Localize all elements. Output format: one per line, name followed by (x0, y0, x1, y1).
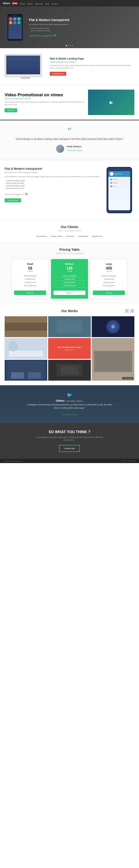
works-prev-button[interactable]: < (125, 309, 129, 313)
work-item-2[interactable] (48, 316, 91, 337)
nav-studio[interactable]: Studio (20, 3, 25, 5)
twitter-section: 🐦 Uhero | Via Twitter @Uhero "A designer… (0, 385, 139, 423)
hero-feature-2: All Font used Link Included (29, 30, 132, 32)
work-item-6-label: Large Display (122, 377, 133, 379)
hero-title: Flat & Modern transparent (29, 18, 132, 22)
app-menu: Trap Player Music Player Option (108, 177, 130, 190)
avatar-2 (13, 18, 17, 21)
work-item-7[interactable] (5, 360, 47, 381)
works-header: Our Works < > (5, 309, 134, 313)
plan-medium-button[interactable]: Sign up (54, 290, 85, 295)
quote-section: " "Good design is all about making other… (0, 120, 139, 160)
dot-4[interactable] (72, 45, 73, 46)
hero-cta: Get Now Your Copy just for 7$ (29, 34, 132, 37)
quote-text: "Good design is all about making other d… (9, 137, 130, 141)
video-more-button[interactable]: More Info (5, 108, 17, 112)
web-mobile-heading: Web & Mobile Landing Page (50, 57, 134, 60)
cta-section: SO WHAT YOU THINK ? "Good design is all … (0, 423, 139, 459)
flat-cta: Get Now Your Copy just for 7$ (5, 192, 101, 196)
quote-avatar (56, 145, 64, 153)
svg-rect-3 (57, 320, 82, 333)
avatar-5 (13, 21, 17, 24)
work-item-1[interactable] (5, 316, 47, 337)
flat-feature-4: All Font used Link Includ (5, 188, 101, 189)
dot-1[interactable] (66, 45, 67, 46)
quote-author: Frank Chimero Professional Designer. (9, 145, 130, 153)
twitter-icon: 🐦 (7, 392, 132, 398)
work-item-5-text: One morning, when Gregor Samsa found... (56, 345, 83, 352)
flat-feature-1: 10Psd Files Easy to Edits (5, 180, 101, 182)
works-navigation: < > (125, 309, 134, 313)
app-menu-item-1: Trap Player (110, 178, 129, 181)
avatar-4 (9, 21, 12, 24)
web-mobile-section: Web & Mobile Landing Page Simple & Elega… (0, 48, 139, 85)
footer-url: www.themepalestinacollage.com (3, 460, 23, 462)
client-activeden: activeden (66, 235, 75, 237)
desktop-mockup (5, 54, 46, 79)
footer: www.themepalestinacollage.com Site By: A… (0, 459, 139, 463)
svg-point-7 (111, 325, 115, 328)
contact-button[interactable]: Contact Me (59, 445, 80, 452)
client-audiojungle: audiojungle (78, 235, 88, 237)
web-mobile-subtitle: Simple & Elegant User Interface (50, 61, 134, 63)
flat-features: 10Psd Files Easy to Edits All Font used … (5, 180, 101, 189)
footer-credit: Site By: AYOUR ELKES (121, 460, 136, 462)
web-mobile-content: Web & Mobile Landing Page Simple & Elega… (50, 57, 134, 76)
quote-author-name: Frank Chimero (66, 146, 83, 148)
works-next-button[interactable]: > (130, 309, 134, 313)
cta-text: "Good design is all about making other d… (35, 436, 104, 441)
plan-small-name: Small (14, 263, 46, 265)
plan-small-period: / Month (14, 271, 46, 272)
pricing-heading: Pricing Table (5, 248, 134, 251)
nav-about[interactable]: About Me (35, 3, 43, 5)
svg-rect-20 (61, 366, 78, 374)
client-envato: envato studio (51, 235, 62, 237)
hero-description: flat, inspired UI with some modern trans… (29, 23, 132, 26)
flat-content: Flat & Modern transparent flat UI with s… (5, 167, 101, 203)
nav-logo[interactable]: Uhero (3, 2, 10, 5)
nav-badge: NEW (12, 2, 18, 4)
work-item-6[interactable]: Large Display (92, 338, 134, 381)
works-section: Our Works < > (0, 305, 139, 385)
twitter-handle: Via Twitter @Uhero (66, 400, 83, 402)
dot-3[interactable] (70, 45, 71, 46)
plan-large-features: Unlimited messages Unlimited data Unlimi… (93, 274, 125, 287)
plan-small-price: 5$ (14, 266, 46, 271)
quote-author-title: Professional Designer. (66, 150, 83, 151)
video-heading: Video Promotional on vimeo (5, 92, 85, 97)
hero-features: 10Psd Files Easy to Edits All Font used … (29, 28, 132, 32)
works-heading: Our Works (61, 309, 78, 313)
pricing-section: Pricing Table Choose From Our Amazing Pl… (0, 242, 139, 305)
work-item-5[interactable]: One morning, when Gregor Samsa found... (48, 338, 91, 359)
plan-medium-name: Medium (54, 263, 85, 265)
work-item-8[interactable] (48, 360, 91, 381)
hero-phone-mockup (7, 13, 23, 41)
plan-medium-period: / Month (54, 271, 85, 272)
work-item-4[interactable] (5, 338, 47, 359)
plan-large-button[interactable]: Sign up (93, 290, 125, 295)
plan-medium-price: 14$ (54, 266, 85, 271)
clients-section: Our Clients Voyez ce que exquis marlon t… (0, 220, 139, 242)
flat-phone-mockup: Isabelle Murray Trap Player Music Player… (104, 167, 134, 213)
video-subtitle: Simple & Elegant User Interface (5, 97, 85, 99)
pricing-cards: Small 5$ / Month 10,000 messages Unlimit… (5, 259, 134, 299)
twitter-author: - AYOUR ELKES (61, 413, 78, 415)
video-text: One morning, when Gregor Samsa woke from… (5, 101, 85, 106)
hero-feature-1: 10Psd Files Easy to Edits (29, 28, 132, 29)
work-item-3[interactable] (92, 316, 134, 337)
video-thumbnail[interactable] (88, 90, 134, 115)
avatar-6 (18, 21, 21, 24)
client-themeforest: themeforest (36, 235, 47, 237)
svg-rect-9 (9, 350, 43, 357)
hero-section: Flat & Modern transparent flat, inspired… (0, 6, 139, 48)
app-menu-item-2: Music Player (110, 182, 129, 184)
nav-works[interactable]: Works (28, 3, 33, 5)
web-mobile-download-button[interactable]: Download Now (50, 72, 66, 76)
plan-small-button[interactable]: Sign up (14, 290, 46, 295)
flat-download-button[interactable]: Download Now (5, 198, 21, 203)
video-promo-section: Video Promotional on vimeo Simple & Eleg… (0, 85, 139, 120)
dot-2[interactable] (68, 45, 69, 46)
svg-rect-16 (11, 372, 24, 378)
nav-blog[interactable]: Blog (45, 3, 49, 5)
nav-contact[interactable]: Contact (51, 3, 58, 5)
